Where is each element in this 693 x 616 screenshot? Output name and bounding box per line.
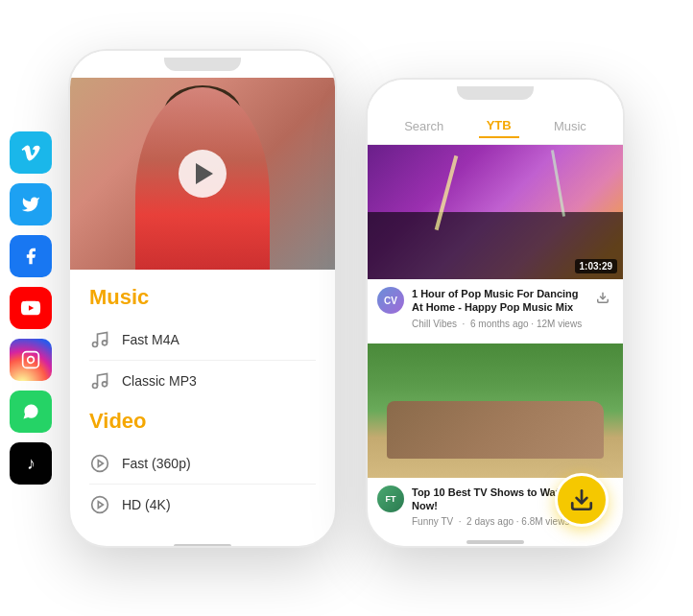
format-classic-mp3[interactable]: Classic MP3 — [89, 363, 316, 399]
format-hd-4k[interactable]: HD (4K) — [89, 486, 316, 523]
back-phone-content: Music Fast M4A Classic MP3 Video — [70, 270, 335, 538]
video-channel-2: Funny TV — [412, 516, 453, 527]
video-thumbnail-2 — [368, 344, 623, 478]
svg-rect-1 — [23, 352, 39, 368]
svg-point-6 — [103, 382, 108, 387]
video-sub-1: Chill Vibes · 6 months ago · 12M views — [412, 318, 585, 330]
video-channel-1: Chill Vibes — [412, 319, 457, 329]
phone-back-top-bar — [70, 51, 335, 78]
video-section-title: Video — [89, 409, 316, 434]
social-icons-list: ♪ — [10, 131, 52, 485]
vimeo-icon[interactable] — [10, 131, 52, 174]
phone-front-home-indicator — [466, 540, 524, 544]
divider-2 — [89, 484, 316, 485]
music-note-icon-2 — [89, 370, 110, 391]
svg-marker-10 — [98, 502, 103, 509]
format-fast-360p-label: Fast (360p) — [122, 456, 191, 471]
svg-point-3 — [93, 343, 98, 347]
twitter-icon[interactable] — [10, 183, 52, 225]
phones-container: Music Fast M4A Classic MP3 Video — [49, 30, 644, 586]
divider-1 — [89, 360, 316, 361]
tab-ytb[interactable]: YTB — [479, 114, 519, 138]
svg-marker-8 — [98, 461, 103, 467]
format-fast-m4a[interactable]: Fast M4A — [89, 321, 316, 358]
road-car — [387, 401, 604, 459]
svg-point-7 — [92, 456, 108, 472]
video-meta-1: 1 Hour of Pop Music For Dancing At Home … — [412, 287, 585, 330]
music-section-title: Music — [89, 285, 316, 310]
svg-point-9 — [92, 497, 108, 513]
format-fast-m4a-label: Fast M4A — [122, 332, 179, 347]
hero-image — [70, 78, 335, 270]
youtube-icon[interactable] — [10, 287, 52, 329]
phone-front-notch — [457, 86, 534, 100]
tab-music[interactable]: Music — [546, 115, 594, 137]
download-fab-button[interactable] — [555, 473, 609, 527]
video-thumbnail-1: 1:03:29 — [368, 145, 623, 279]
phone-front: Search YTB Music 1:03:29 CV — [366, 78, 625, 548]
svg-point-4 — [103, 341, 108, 345]
whatsapp-icon[interactable] — [10, 391, 52, 433]
format-fast-360p[interactable]: Fast (360p) — [89, 445, 316, 482]
video-title-1: 1 Hour of Pop Music For Dancing At Home … — [412, 287, 585, 315]
phone-back-home-indicator — [174, 544, 231, 548]
front-phone-tabs: Search YTB Music — [368, 107, 623, 145]
road-thumbnail — [368, 344, 623, 478]
video-card-1: 1:03:29 CV 1 Hour of Pop Music For Danci… — [368, 145, 623, 338]
phone-back: Music Fast M4A Classic MP3 Video — [68, 49, 337, 548]
concert-light-2 — [550, 150, 564, 216]
download-inline-1[interactable] — [592, 287, 613, 308]
video-circle-icon-2 — [89, 494, 110, 515]
tiktok-icon[interactable]: ♪ — [10, 442, 52, 485]
format-classic-mp3-label: Classic MP3 — [122, 373, 197, 389]
video-info-1: CV 1 Hour of Pop Music For Dancing At Ho… — [368, 279, 623, 338]
video-circle-icon — [89, 453, 110, 474]
play-button[interactable] — [179, 150, 227, 198]
facebook-icon[interactable] — [10, 235, 52, 277]
svg-point-5 — [93, 384, 98, 389]
format-hd-4k-label: HD (4K) — [122, 497, 171, 512]
phone-back-notch — [164, 58, 241, 71]
music-note-icon — [89, 329, 110, 350]
play-triangle-icon — [196, 163, 213, 184]
video-views-2: 2 days ago · 6.8M views — [466, 516, 569, 527]
video-views-1: 6 months ago · 12M views — [470, 319, 582, 329]
phone-front-top-bar — [368, 80, 623, 107]
video-duration-1: 1:03:29 — [575, 259, 617, 273]
tab-search[interactable]: Search — [396, 115, 451, 137]
channel-avatar-2: FT — [377, 486, 404, 512]
instagram-icon[interactable] — [10, 339, 52, 381]
channel-avatar-1: CV — [377, 287, 404, 314]
